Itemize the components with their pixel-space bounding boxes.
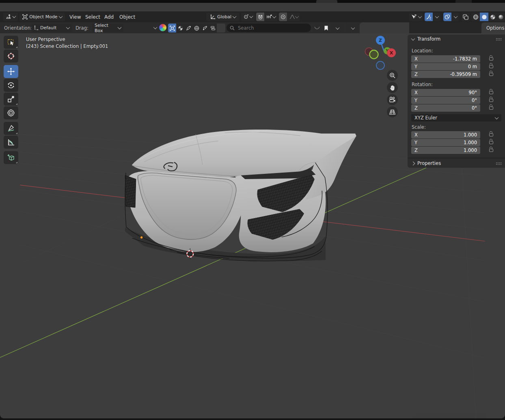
location-y-field[interactable]: Y0 m <box>411 63 480 70</box>
zoom-view-button[interactable] <box>387 70 398 81</box>
search-icon <box>230 26 235 30</box>
tool-move[interactable] <box>4 65 18 78</box>
overlays-toggle[interactable] <box>443 13 451 21</box>
rotation-z-field[interactable]: Z0° <box>411 104 480 112</box>
sort-mode-dropdown[interactable] <box>346 24 360 32</box>
gizmos-toggle[interactable] <box>425 13 433 21</box>
transform-orientation-dropdown[interactable]: Global <box>206 13 240 21</box>
chevron-down-icon <box>453 14 458 18</box>
tool-transform[interactable] <box>4 106 18 119</box>
lock-icon[interactable] <box>489 57 493 61</box>
transform-panel-header[interactable]: Transform <box>408 35 505 43</box>
filter-curve-button[interactable] <box>313 24 322 32</box>
location-z-field[interactable]: Z-0.39509 m <box>411 71 480 78</box>
object-mode-icon <box>22 14 28 19</box>
filter-toggle-1[interactable] <box>168 24 176 32</box>
shading-material-button[interactable] <box>488 13 497 21</box>
shading-rendered-button[interactable] <box>497 13 505 21</box>
measure-icon <box>7 138 15 146</box>
lock-icon[interactable] <box>489 141 493 144</box>
chevron-down-icon <box>66 25 70 29</box>
tool-cursor[interactable] <box>4 50 18 63</box>
overlays-dropdown[interactable] <box>452 13 459 21</box>
panel-grip[interactable] <box>496 162 502 165</box>
search-field[interactable] <box>227 24 311 32</box>
object-origin-dot[interactable] <box>140 236 143 239</box>
blender-window: Object Mode View Select Add Object Globa… <box>0 0 505 420</box>
titlebar-band <box>0 3 505 11</box>
chevron-down-icon <box>272 14 276 18</box>
orientation-dropdown[interactable]: Default <box>31 24 72 32</box>
menu-object[interactable]: Object <box>117 13 137 21</box>
object-visibility-dropdown[interactable] <box>409 13 423 21</box>
menu-add[interactable]: Add <box>102 13 116 21</box>
rotation-mode-dropdown[interactable]: XYZ Euler <box>411 114 501 121</box>
orientation-axes-icon <box>210 14 216 19</box>
lock-icon[interactable] <box>489 106 493 110</box>
bookmark-button[interactable] <box>322 24 330 32</box>
xray-toggle[interactable] <box>462 13 470 21</box>
scale-x-field[interactable]: X1.000 <box>411 131 480 139</box>
lock-icon[interactable] <box>489 91 493 94</box>
navigation-gizmo[interactable]: Z Y X <box>361 35 402 73</box>
filter-toggle-6[interactable] <box>209 24 217 32</box>
material-ball-icon <box>159 24 166 31</box>
globe-icon <box>194 26 199 31</box>
proportional-editing-toggle[interactable] <box>279 13 287 21</box>
options-button[interactable]: Options <box>483 24 505 32</box>
chevron-right-icon <box>411 161 415 165</box>
window-top-strip <box>0 0 505 3</box>
menu-select[interactable]: Select <box>83 13 102 21</box>
search-input[interactable] <box>237 25 304 31</box>
proportional-falloff-dropdown[interactable] <box>287 13 300 21</box>
shading-wireframe-button[interactable] <box>471 13 480 21</box>
drag-mode-value: Select Box <box>95 23 117 33</box>
scale-y-field[interactable]: Y1.000 <box>411 139 480 146</box>
tool-select-box[interactable] <box>4 36 18 49</box>
pan-view-button[interactable] <box>387 82 398 93</box>
camera-view-button[interactable] <box>387 94 398 105</box>
shading-solid-button[interactable] <box>480 13 488 21</box>
chevron-down-icon <box>249 14 253 18</box>
transform-panel-title: Transform <box>417 36 440 42</box>
camera-icon <box>389 97 396 103</box>
snap-toggle[interactable] <box>256 13 264 21</box>
snap-settings-dropdown[interactable] <box>265 13 277 21</box>
car-model[interactable] <box>125 130 356 261</box>
filter-toggle-2[interactable] <box>176 24 184 32</box>
scale-label: Scale: <box>412 124 426 130</box>
menu-view[interactable]: View <box>67 13 83 21</box>
lock-icon[interactable] <box>489 149 493 152</box>
tool-measure[interactable] <box>4 136 18 149</box>
pen-icon <box>186 26 191 31</box>
tool-add-cube[interactable] <box>4 151 18 164</box>
tool-settings-band <box>360 22 409 33</box>
mode-dropdown[interactable]: Object Mode <box>19 13 65 21</box>
tool-rotate[interactable] <box>4 79 18 92</box>
editor-type-button[interactable] <box>3 13 18 21</box>
location-x-field[interactable]: X-1.7832 m <box>411 55 480 63</box>
rotation-x-field[interactable]: X90° <box>411 89 480 96</box>
filter-toggle-blank[interactable] <box>217 24 225 32</box>
filter-toggle-3[interactable] <box>184 24 192 32</box>
gizmos-dropdown[interactable] <box>433 13 440 21</box>
lock-icon[interactable] <box>489 99 493 102</box>
scale-icon <box>7 95 15 103</box>
drag-mode-dropdown[interactable]: Select Box <box>92 24 123 32</box>
properties-panel-header[interactable]: Properties <box>408 159 505 168</box>
rotation-y-field[interactable]: Y0° <box>411 97 480 104</box>
lock-icon[interactable] <box>489 65 493 68</box>
gizmo-neg-y-ball[interactable] <box>370 50 378 59</box>
tool-scale[interactable] <box>4 93 18 106</box>
scale-z-field[interactable]: Z1.000 <box>411 147 480 154</box>
filter-toggle-4[interactable] <box>192 24 201 32</box>
ortho-toggle-button[interactable] <box>387 106 398 117</box>
lock-icon[interactable] <box>489 73 493 76</box>
lock-icon[interactable] <box>489 133 493 136</box>
tool-annotate[interactable] <box>4 122 18 135</box>
gizmo-neg-z-ball[interactable] <box>376 61 384 69</box>
pivot-point-dropdown[interactable] <box>241 13 255 21</box>
filter-toggle-5[interactable] <box>201 24 209 32</box>
panel-grip[interactable] <box>496 38 502 41</box>
display-mode-dropdown[interactable] <box>330 24 344 32</box>
